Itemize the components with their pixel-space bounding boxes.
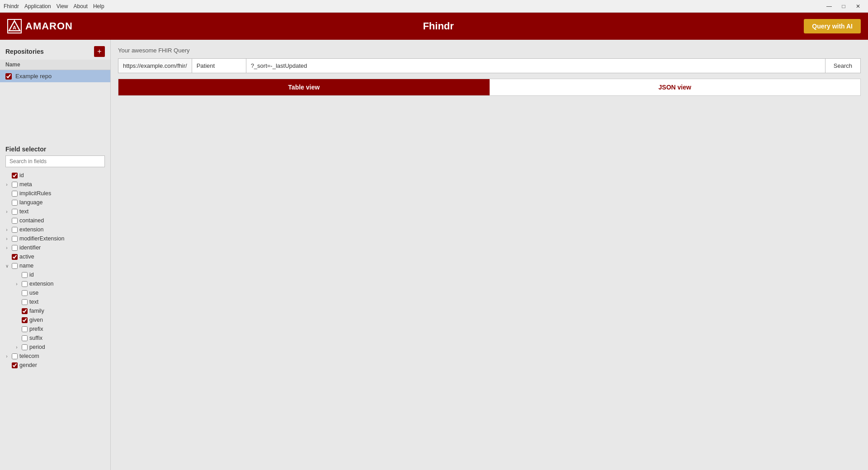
field-label: id [19, 172, 24, 179]
field-checkbox[interactable] [12, 254, 18, 260]
field-checkbox[interactable] [12, 200, 18, 206]
title-bar-menus: Application View About Help [24, 3, 104, 9]
field-chevron-icon [14, 272, 20, 278]
view-tabs: Table view JSON view [118, 79, 861, 96]
repo-name: Example repo [15, 73, 52, 80]
field-item[interactable]: ›telecom [0, 352, 108, 361]
json-view-tab[interactable]: JSON view [490, 79, 861, 95]
field-chevron-icon [4, 199, 10, 206]
field-chevron-icon [4, 172, 10, 179]
field-checkbox[interactable] [12, 182, 18, 188]
field-item[interactable]: contained [0, 216, 108, 225]
field-item[interactable]: use [0, 288, 108, 297]
field-item[interactable]: ›period [0, 343, 108, 352]
maximize-button[interactable]: □ [837, 2, 850, 11]
field-checkbox[interactable] [22, 272, 28, 278]
field-item[interactable]: id [0, 270, 108, 279]
field-list: id›metaimplicitRuleslanguage›textcontain… [0, 171, 110, 466]
title-bar-title: Fhindr [4, 3, 19, 9]
search-button[interactable]: Search [825, 59, 860, 73]
field-label: active [19, 254, 34, 260]
menu-application[interactable]: Application [24, 3, 51, 9]
content-body [118, 96, 861, 463]
field-label: prefix [29, 326, 43, 332]
query-resource: Patient [192, 59, 246, 73]
field-chevron-icon: › [4, 244, 10, 251]
field-item[interactable]: text [0, 297, 108, 306]
field-item[interactable]: prefix [0, 324, 108, 334]
minimize-button[interactable]: — [823, 2, 835, 11]
field-label: extension [29, 281, 54, 287]
field-checkbox[interactable] [22, 326, 28, 332]
field-item[interactable]: implicitRules [0, 189, 108, 198]
field-item[interactable]: gender [0, 361, 108, 370]
field-item[interactable]: given [0, 315, 108, 324]
fhir-query-label: Your awesome FHIR Query [118, 47, 861, 54]
field-chevron-icon: ∨ [4, 263, 10, 269]
field-item[interactable]: ›text [0, 207, 108, 216]
menu-view[interactable]: View [57, 3, 68, 9]
field-item[interactable]: family [0, 306, 108, 315]
table-view-tab[interactable]: Table view [118, 79, 490, 95]
field-chevron-icon: › [14, 281, 20, 287]
menu-about[interactable]: About [74, 3, 88, 9]
field-item[interactable]: ›modifierExtension [0, 234, 108, 243]
title-bar-controls: — □ ✕ [823, 2, 864, 11]
app-logo: A AMARON [7, 19, 73, 33]
field-item[interactable]: ›identifier [0, 243, 108, 252]
repo-item[interactable]: Example repo [0, 70, 110, 82]
menu-help[interactable]: Help [93, 3, 104, 9]
field-checkbox[interactable] [22, 299, 28, 305]
field-chevron-icon [14, 335, 20, 341]
field-checkbox[interactable] [22, 281, 28, 287]
field-checkbox[interactable] [12, 236, 18, 242]
field-checkbox[interactable] [22, 344, 28, 350]
field-checkbox[interactable] [12, 173, 18, 179]
add-repo-button[interactable]: + [94, 46, 105, 57]
field-checkbox[interactable] [12, 227, 18, 233]
repo-table-header: Name [0, 60, 110, 70]
app-title: Fhindr [423, 20, 453, 32]
field-checkbox[interactable] [22, 308, 28, 314]
field-label: contained [19, 217, 44, 224]
field-checkbox[interactable] [12, 263, 18, 269]
query-with-ai-button[interactable]: Query with AI [804, 19, 861, 33]
field-label: language [19, 199, 42, 206]
field-label: modifierExtension [19, 235, 64, 242]
field-chevron-icon: › [4, 235, 10, 242]
field-item[interactable]: active [0, 252, 108, 261]
field-checkbox[interactable] [12, 362, 18, 368]
field-item[interactable]: ∨name [0, 261, 108, 270]
field-label: text [29, 299, 38, 305]
field-item[interactable]: id [0, 171, 108, 180]
field-item[interactable]: suffix [0, 334, 108, 343]
field-chevron-icon [4, 362, 10, 368]
field-checkbox[interactable] [12, 191, 18, 197]
field-label: telecom [19, 353, 39, 359]
field-item[interactable]: ›extension [0, 279, 108, 288]
field-search-input[interactable] [5, 155, 105, 167]
field-item[interactable]: ›meta [0, 180, 108, 189]
field-item[interactable]: language [0, 198, 108, 207]
repo-checkbox[interactable] [5, 73, 12, 80]
field-checkbox[interactable] [12, 245, 18, 251]
field-checkbox[interactable] [22, 290, 28, 296]
field-checkbox[interactable] [12, 218, 18, 224]
field-checkbox[interactable] [22, 335, 28, 341]
field-label: meta [19, 181, 32, 188]
repositories-section-header: Repositories + [0, 43, 110, 60]
main-layout: Repositories + Name Example repo Field s… [0, 40, 868, 470]
field-chevron-icon [14, 290, 20, 296]
field-checkbox[interactable] [12, 209, 18, 215]
field-checkbox[interactable] [22, 317, 28, 323]
field-item[interactable]: ›extension [0, 225, 108, 234]
app-logo-text: AMARON [25, 20, 73, 32]
logo-icon: A [7, 19, 22, 33]
close-button[interactable]: ✕ [852, 2, 864, 11]
repos-area: Name Example repo [0, 60, 110, 141]
field-chevron-icon: › [4, 208, 10, 215]
field-label: gender [19, 362, 37, 368]
title-bar-left: Fhindr Application View About Help [4, 3, 104, 9]
query-bar: https://example.com/fhir/ Patient ?_sort… [118, 58, 861, 73]
field-checkbox[interactable] [12, 353, 18, 359]
